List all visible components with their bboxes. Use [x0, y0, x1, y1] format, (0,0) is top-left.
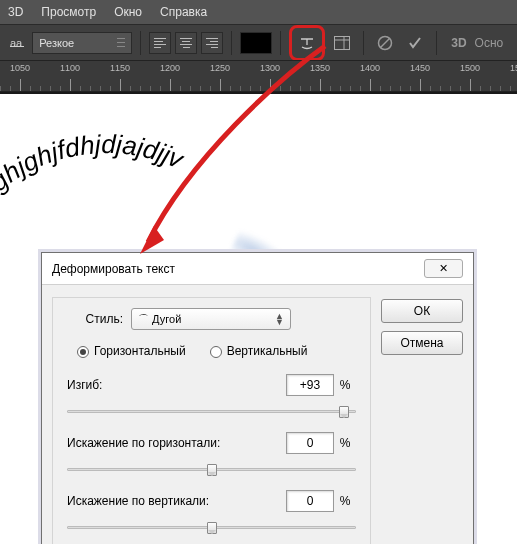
menu-view[interactable]: Просмотр [41, 5, 96, 19]
menu-window[interactable]: Окно [114, 5, 142, 19]
aa-icon[interactable]: aа [4, 37, 28, 49]
divider [363, 31, 364, 55]
3d-label[interactable]: 3D [451, 36, 466, 50]
select-arrows-icon: ▲▼ [275, 313, 284, 325]
dialog-main-panel: Стиль: ⌒ Дугой ▲▼ Горизонтальный Вертика… [52, 297, 371, 544]
ruler: 1000105011001150120012501300135014001450… [0, 60, 517, 92]
divider [280, 31, 281, 55]
divider [231, 31, 232, 55]
style-label: Стиль: [67, 312, 123, 326]
align-center-button[interactable] [175, 32, 197, 54]
panels-toggle-button[interactable] [329, 30, 355, 56]
cancel-icon[interactable] [372, 30, 398, 56]
svg-text:djghjghjfdhjdjajdjjv: djghjghjfdhjdjajdjjv [0, 132, 190, 211]
trailing-label: Осно [475, 36, 504, 50]
hdist-slider[interactable] [67, 460, 356, 478]
menu-3d[interactable]: 3D [8, 5, 23, 19]
select-scrubber-icon [117, 34, 125, 52]
warp-text-dialog: Деформировать текст ✕ Стиль: ⌒ Дугой ▲▼ … [41, 252, 474, 544]
unit-label: % [334, 436, 356, 450]
hdist-label: Искажение по горизонтали: [67, 436, 286, 450]
dialog-close-button[interactable]: ✕ [424, 259, 463, 278]
vdist-label: Искажение по вертикали: [67, 494, 286, 508]
divider [436, 31, 437, 55]
text-color-swatch[interactable] [240, 32, 272, 54]
cancel-button[interactable]: Отмена [381, 331, 463, 355]
hdist-input[interactable] [286, 432, 334, 454]
radio-vertical[interactable]: Вертикальный [210, 344, 308, 358]
commit-icon[interactable] [402, 30, 428, 56]
style-arc-icon: ⌒ Дугой [138, 312, 181, 327]
align-left-button[interactable] [149, 32, 171, 54]
unit-label: % [334, 494, 356, 508]
antialiasing-value: Резкое [39, 37, 74, 49]
vdist-input[interactable] [286, 490, 334, 512]
antialiasing-select[interactable]: Резкое [32, 32, 132, 54]
dialog-titlebar[interactable]: Деформировать текст ✕ [42, 253, 473, 285]
canvas[interactable]: djghjghjfdhjdjajdjjv [0, 94, 517, 252]
ok-button[interactable]: ОК [381, 299, 463, 323]
bend-label: Изгиб: [67, 378, 286, 392]
menu-bar: 3D Просмотр Окно Справка [0, 0, 517, 24]
bend-input[interactable] [286, 374, 334, 396]
bend-slider[interactable] [67, 402, 356, 420]
align-right-button[interactable] [201, 32, 223, 54]
warp-text-button[interactable] [289, 25, 325, 61]
style-select[interactable]: ⌒ Дугой ▲▼ [131, 308, 291, 330]
vdist-slider[interactable] [67, 518, 356, 536]
svg-line-4 [381, 38, 390, 47]
unit-label: % [334, 378, 356, 392]
divider [140, 31, 141, 55]
dialog-title-text: Деформировать текст [52, 262, 175, 276]
svg-rect-0 [335, 36, 350, 49]
radio-horizontal[interactable]: Горизонтальный [77, 344, 186, 358]
menu-help[interactable]: Справка [160, 5, 207, 19]
tool-options-bar: aа Резкое 3D Осно [0, 24, 517, 60]
warp-text-icon [298, 34, 316, 52]
